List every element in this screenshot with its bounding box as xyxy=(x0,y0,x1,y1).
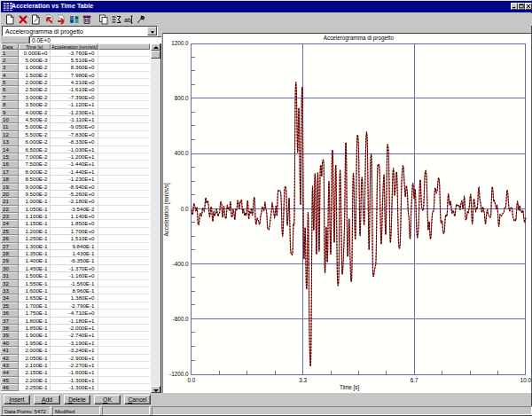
svg-text:800.0: 800.0 xyxy=(175,95,189,101)
svg-text:-400.0: -400.0 xyxy=(173,260,189,266)
svg-text:-1200.0: -1200.0 xyxy=(169,370,189,376)
svg-text:ab: ab xyxy=(124,17,131,23)
svg-text:-800.0: -800.0 xyxy=(173,315,189,321)
svg-text:0.0: 0.0 xyxy=(188,377,196,383)
svg-text:Time [s]: Time [s] xyxy=(340,384,359,391)
svg-text:0.0: 0.0 xyxy=(181,205,189,211)
svg-text:10.0: 10.0 xyxy=(520,377,532,383)
svg-text:6.7: 6.7 xyxy=(411,377,419,383)
svg-text:Acceleration [mm/s/s]: Acceleration [mm/s/s] xyxy=(163,182,170,235)
svg-text:1200.0: 1200.0 xyxy=(171,40,189,46)
svg-text:3.3: 3.3 xyxy=(299,377,307,383)
svg-text:Accelerogramma di progetto: Accelerogramma di progetto xyxy=(324,35,395,42)
svg-text:400.0: 400.0 xyxy=(175,150,189,156)
